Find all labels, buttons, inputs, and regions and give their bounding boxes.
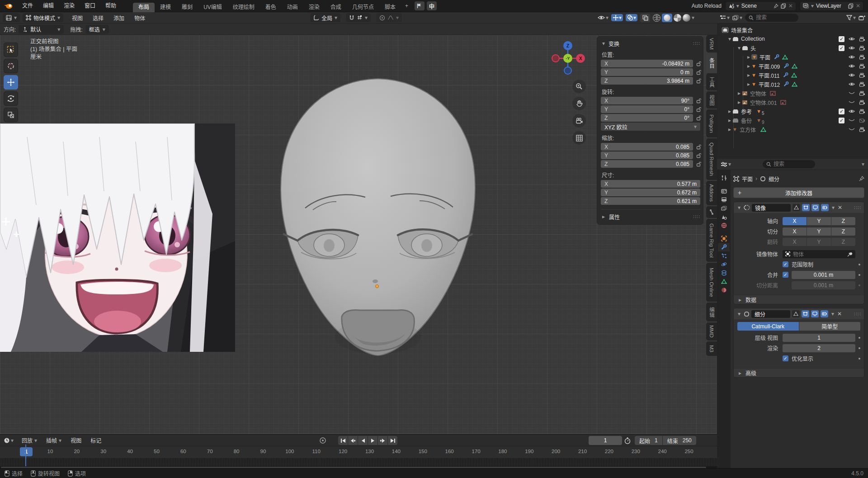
viewport-menu-3[interactable]: 物体 (129, 14, 150, 22)
optimal-display-checkbox[interactable]: ✓ (783, 355, 788, 361)
proportional-editing[interactable]: ▾ (376, 13, 402, 22)
mirror-object-field[interactable]: 物体 (783, 250, 855, 258)
jump-to-start-button[interactable] (338, 436, 348, 445)
timeline-menu-0[interactable]: 回放▾ (17, 436, 42, 444)
rotation-z-field[interactable]: Z0° (601, 114, 693, 122)
outliner-row-empty[interactable]: ▸ 空物体 (717, 89, 868, 98)
lock-icon[interactable] (696, 78, 701, 84)
tab-particles[interactable] (718, 251, 730, 260)
outliner-row-cube[interactable]: ▸ ▼ 立方体 (717, 125, 868, 134)
levels-viewport-field[interactable]: 1 (783, 334, 855, 342)
camera-icon[interactable] (859, 91, 865, 96)
sidebar-tab-8[interactable]: Mesh Online (706, 263, 717, 302)
topbar-menu-3[interactable]: 窗口 (80, 0, 100, 12)
sidebar-tab-4[interactable]: Polligon (706, 109, 717, 137)
rotate-tool[interactable] (4, 91, 18, 106)
topbar-menu-4[interactable]: 帮助 (100, 0, 121, 12)
workspace-tab-6[interactable]: 动画 (282, 3, 303, 12)
properties-search-input[interactable] (774, 161, 811, 167)
camera-view-button[interactable] (572, 114, 586, 128)
flip-y-button[interactable]: Y (807, 238, 831, 246)
timeline-menu-1[interactable]: 插帧▾ (42, 436, 66, 444)
bisect-x-button[interactable]: X (783, 227, 807, 236)
camera-icon[interactable] (859, 100, 865, 105)
object-origin-dot[interactable] (375, 284, 379, 288)
outliner-row-plane011[interactable]: ▸▼ 平面.011 (717, 71, 868, 80)
tab-viewlayer[interactable] (718, 204, 730, 213)
catmull-clark-button[interactable]: Catmull-Clark (737, 322, 799, 331)
render-toggle[interactable] (821, 310, 828, 317)
eye-open-icon[interactable] (849, 55, 855, 59)
lock-icon[interactable] (696, 70, 701, 75)
tab-physics[interactable] (718, 260, 730, 269)
chevron-down-icon[interactable]: ▾ (633, 14, 636, 21)
exclude-checkbox[interactable]: ✓ (839, 45, 844, 51)
add-workspace-button[interactable]: + (401, 3, 412, 9)
workspace-tab-0[interactable]: 布局 (133, 3, 155, 12)
current-frame-field[interactable]: 1 (589, 436, 622, 445)
timeline-editor-type[interactable]: ▾ (4, 437, 14, 444)
render-toggle[interactable] (821, 204, 829, 211)
outliner-row-plane009[interactable]: ▸▼ 平面.009 (717, 62, 868, 71)
eye-closed-icon[interactable] (849, 100, 855, 104)
properties-subpanel[interactable]: ▸ 属性 ∷∷ (601, 213, 700, 221)
location-y-field[interactable]: Y0 m (601, 68, 693, 76)
lock-icon[interactable] (696, 115, 701, 121)
workspace-tab-2[interactable]: 雕刻 (176, 3, 198, 12)
tab-render[interactable] (718, 187, 730, 195)
bisect-distance-field[interactable]: 0.001 m (792, 281, 855, 289)
tab-scene[interactable] (718, 213, 730, 221)
realtime-display-toggle[interactable] (811, 310, 819, 317)
scale-y-field[interactable]: Y0.085 (601, 151, 693, 159)
tab-modifiers[interactable] (718, 243, 730, 251)
edit-mode-toggle[interactable] (802, 204, 810, 211)
auto-key-button[interactable] (319, 437, 326, 444)
axis-z-button[interactable]: Z (831, 217, 855, 225)
show-on-cage-toggle[interactable] (792, 310, 800, 317)
eye-open-icon[interactable] (849, 82, 855, 86)
topbar-menu-0[interactable]: 文件 (17, 0, 38, 12)
outliner-filter-mode[interactable]: ▾ (732, 14, 742, 21)
extras-chevron[interactable]: ▾ (830, 311, 835, 317)
xray-toggle[interactable] (640, 14, 650, 22)
scale-x-field[interactable]: X0.085 (601, 143, 693, 151)
end-frame-field[interactable]: 结束250 (663, 436, 696, 445)
chevron-down-icon[interactable]: ▾ (736, 204, 742, 211)
topbar-menu-1[interactable]: 编辑 (38, 0, 59, 12)
timeline-menu-3[interactable]: 标记 (86, 436, 106, 444)
scene-name[interactable]: Scene (741, 3, 771, 9)
chevron-down-icon[interactable]: ▾ (736, 311, 742, 317)
lock-icon[interactable] (696, 98, 701, 104)
scene-selector[interactable]: ▾ Scene ✕ (725, 1, 796, 11)
outliner-row-empty001[interactable]: ▸ 空物体.001 (717, 98, 868, 107)
camera-icon[interactable] (859, 127, 865, 132)
workspace-tab-5[interactable]: 着色 (260, 3, 282, 12)
close-icon[interactable]: ✕ (788, 3, 793, 9)
drag-dots[interactable]: ∷∷ (693, 41, 700, 47)
eye-closed-icon[interactable] (849, 128, 855, 131)
sidebar-tab-1[interactable]: 条目 (706, 53, 717, 72)
viewport-menu-1[interactable]: 选择 (88, 14, 108, 22)
rendered-shading-button[interactable] (683, 14, 690, 22)
tab-object-data[interactable] (718, 277, 730, 286)
outliner-row-head-collection[interactable]: ▾ 头 ✓ (717, 43, 868, 52)
bisect-y-button[interactable]: Y (807, 227, 831, 236)
breadcrumb-object[interactable]: 平面 (742, 175, 753, 183)
sidebar-tab-0[interactable]: VRM (706, 35, 717, 52)
sidebar-tab-3[interactable]: 视图 (706, 91, 717, 109)
wireframe-shading-button[interactable] (653, 14, 660, 22)
levels-render-field[interactable]: 2 (783, 344, 855, 352)
topbar-menu-2[interactable]: 渲染 (59, 0, 80, 12)
tab-material[interactable] (718, 286, 730, 294)
subdiv-advanced-subpanel[interactable]: ▸ 高级 (734, 368, 864, 377)
viewport-menu-0[interactable]: 视图 (67, 14, 88, 22)
outliner-row-plane[interactable]: ▸ ▼ 平面 (717, 52, 868, 62)
add-modifier-button[interactable]: + 添加修改器 (733, 187, 864, 198)
select-box-tool[interactable] (4, 43, 18, 57)
sidebar-tab-9[interactable]: 编辑 (706, 303, 717, 322)
realtime-display-toggle[interactable] (811, 204, 819, 211)
subdiv-modifier-header[interactable]: ▾ 细分 ▾ ✕ ∷∷ (734, 308, 864, 319)
viewlayer-selector[interactable]: ▾ ViewLayer ✕ (800, 1, 863, 11)
flip-z-button[interactable]: Z (831, 238, 855, 246)
next-keyframe-button[interactable] (378, 436, 387, 445)
